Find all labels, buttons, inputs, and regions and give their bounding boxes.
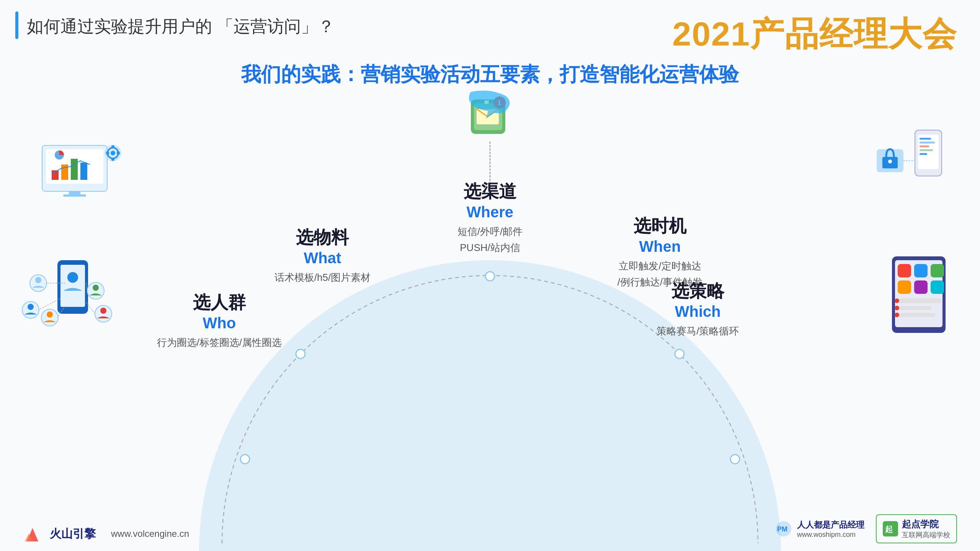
svg-rect-17 [60,265,85,307]
qidian-tagline: 互联网高端学校 [902,530,950,540]
volcengine-url: www.volcengine.cn [111,528,189,539]
svg-rect-48 [931,264,944,277]
svg-rect-15 [117,152,120,155]
woshipm-logo-icon: PM [774,519,793,538]
woshipm-branding: PM 人人都是产品经理 www.woshipm.com [774,519,864,539]
svg-rect-51 [931,280,944,294]
qidian-branding: 起 起点学院 互联网高端学校 [876,514,957,543]
when-label-group: 选时机 When 立即触发/定时触达 /例行触达/事件触发 [617,214,702,290]
svg-point-64 [485,272,495,281]
svg-rect-38 [920,145,929,147]
where-en-label: Where [457,204,523,221]
svg-rect-49 [898,280,911,294]
qidian-name: 起点学院 [902,518,950,530]
what-desc: 话术模板/h5/图片素材 [274,270,371,286]
which-cn-label: 选策略 [657,279,739,303]
svg-line-30 [38,298,60,310]
svg-point-65 [296,349,305,359]
svg-point-66 [675,349,684,359]
left-top-illustration [31,134,130,210]
svg-point-22 [28,304,34,310]
volcengine-logo-icon [23,524,42,543]
svg-rect-8 [63,194,86,197]
svg-rect-52 [899,298,941,303]
when-en-label: When [617,238,702,255]
who-label-group: 选人群 Who 行为圈选/标签圈选/属性圈选 [157,291,282,351]
svg-rect-50 [914,280,928,294]
what-cn-label: 选物料 [274,226,371,249]
svg-point-56 [895,306,899,310]
which-label-group: 选策略 Which 策略赛马/策略循环 [657,279,739,339]
where-cn-label: 选渠道 [457,180,523,204]
when-cn-label: 选时机 [617,214,702,238]
svg-rect-4 [71,159,78,180]
svg-rect-54 [899,313,935,317]
svg-point-26 [93,285,99,291]
svg-rect-36 [920,138,931,140]
svg-rect-39 [920,149,933,151]
svg-text:PM: PM [777,525,787,533]
svg-rect-53 [899,306,931,310]
who-en-label: Who [157,315,282,332]
svg-point-43 [888,160,892,163]
svg-point-28 [100,308,106,314]
right-top-illustration [869,126,953,203]
volcengine-logo-text: 火山引擎 [50,526,96,542]
accent-bar [15,11,18,39]
svg-point-55 [895,298,899,303]
svg-rect-47 [914,264,928,277]
where-label-group: 选渠道 Where 短信/外呼/邮件 PUSH/站内信 [457,180,523,256]
svg-rect-37 [920,142,935,143]
svg-rect-40 [920,153,927,155]
woshipm-url: www.woshipm.com [797,531,864,539]
svg-point-11 [111,151,115,155]
svg-point-68 [730,455,740,464]
phone-notification-icon: 1 ✉ [463,88,517,142]
brand-title: 2021产品经理大会 [672,11,957,57]
svg-point-24 [47,311,53,318]
svg-rect-12 [111,145,114,148]
who-cn-label: 选人群 [157,291,282,315]
svg-text:起: 起 [885,525,893,533]
svg-rect-35 [918,135,939,169]
footer-left: 火山引擎 www.volcengine.cn [23,524,189,543]
svg-point-57 [895,313,899,317]
who-desc: 行为圈选/标签圈选/属性圈选 [157,335,282,351]
svg-rect-14 [106,152,109,155]
footer-right: PM 人人都是产品经理 www.woshipm.com 起 起点学院 互联网高端… [774,514,957,543]
svg-point-18 [67,272,78,283]
what-en-label: What [274,249,371,267]
svg-text:✉: ✉ [484,99,489,105]
where-desc: 短信/外呼/邮件 PUSH/站内信 [457,224,523,256]
which-en-label: Which [657,303,739,320]
svg-rect-46 [898,264,911,277]
main-subtitle: 我们的实践：营销实验活动五要素，打造智能化运营体验 [241,61,739,88]
page-title: 如何通过实验提升用户的 「运营访问」？ [27,15,335,38]
right-bottom-illustration [880,253,957,344]
what-label-group: 选物料 What 话术模板/h5/图片素材 [274,226,371,286]
svg-rect-13 [111,158,114,161]
svg-point-67 [240,455,250,464]
woshipm-name: 人人都是产品经理 [797,519,864,531]
qidian-logo-icon: 起 [883,521,898,536]
svg-rect-5 [80,163,87,180]
which-desc: 策略赛马/策略循环 [657,323,739,339]
left-bottom-illustration [19,253,126,337]
svg-point-20 [35,277,41,283]
